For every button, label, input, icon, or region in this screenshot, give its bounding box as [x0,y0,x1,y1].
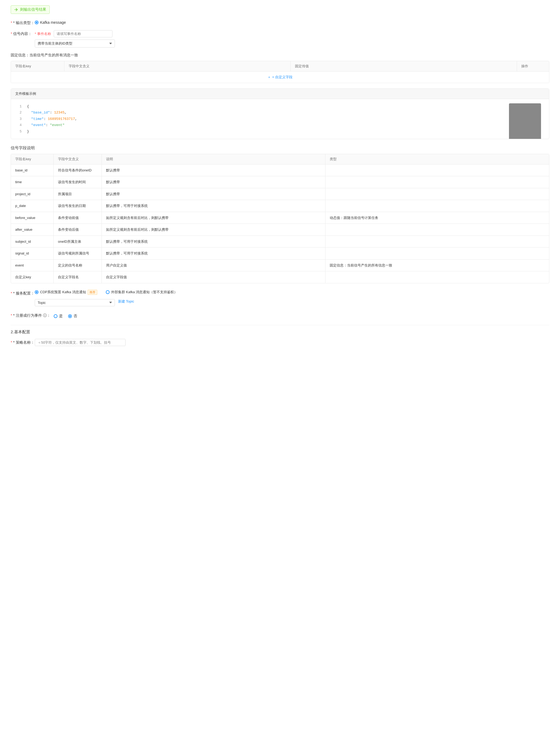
kafka-message-radio[interactable]: Kafka message [35,20,66,25]
field-type: 固定信息：当前信号产生的所有信息一致 [325,260,549,271]
add-custom-field-label: + 自定义字段 [272,75,292,80]
topic-select[interactable]: Topic [35,299,115,306]
field-key: base_id [11,165,54,176]
kafka-message-label: Kafka message [40,20,66,25]
field-name: 条件变动前值 [54,212,102,224]
strategy-name-input[interactable] [35,339,126,346]
output-type-radio-group: Kafka message [35,19,549,25]
register-yes-option[interactable]: 是 [54,314,63,319]
output-icon [14,8,18,11]
qr-placeholder-image [509,103,541,139]
field-type [325,165,549,176]
id-type-row: 携带当前主体的ID类型 [35,40,549,48]
strategy-name-row: * * 策略名称： [11,339,549,346]
col-key: 字段名key [11,61,64,71]
signal-content-row: * 信号内容： * 事件名称 携带当前主体的ID类型 [11,30,549,48]
fields-col-key: 字段名key [11,154,54,164]
service-config-section: * * 服务配置： CDP系统预置 Kafka 消息通知 推荐 外部集群 Kaf… [11,290,549,306]
required-star5: * [11,340,12,345]
signal-fields-table: 字段名key 字段中文含义 说明 类型 base_id 符合信号条件的oneID… [11,154,549,283]
field-key: 自定义key [11,271,54,283]
id-type-select[interactable]: 携带当前主体的ID类型 [35,40,115,48]
strategy-input-area [35,339,549,346]
code-line-4: "event": "event" [27,122,543,128]
field-name: 定义的信号名称 [54,260,102,271]
required-star: * [11,21,12,25]
output-type-label: * * 输出类型： [11,19,35,25]
id-type-select-label: 携带当前主体的ID类型 [38,41,72,46]
fixed-info-title: 固定信息：当前信号产生的所有消息一致 [11,53,549,58]
field-desc: 默认携带，可用于对接系统 [102,200,325,212]
fields-row: base_id 符合信号条件的oneID 默认携带 [11,165,549,177]
code-line-2: "base_id": 12345, [27,110,543,116]
field-desc: 用户自定义值 [102,260,325,271]
line-1: 1 [17,103,22,110]
field-key: event [11,260,54,271]
recommend-tag: 推荐 [88,290,97,295]
code-line-1: { [27,103,543,110]
field-name: 所属项目 [54,188,102,200]
register-event-row: * * 注册成行为事件 ⓘ： 是 否 [11,313,549,319]
col-action: 操作 [517,61,549,71]
fields-col-name: 字段中文含义 [54,154,102,164]
fields-row: subject_id oneID所属主体 默认携带，可用于对接系统 [11,236,549,248]
signal-content-label: * 信号内容： [11,30,35,36]
required-star4: * [11,313,12,318]
output-type-row: * * 输出类型： Kafka message [11,19,549,25]
plus-icon: ＋ [267,75,271,80]
field-desc: 默认携带，可用于对接系统 [102,236,325,248]
field-key: time [11,176,54,188]
fields-row: time 该信号发生的时间 默认携带 [11,176,549,188]
field-key: before_value [11,212,54,224]
field-type [325,236,549,248]
event-name-label: * 事件名称 [35,32,51,36]
fields-row: after_value 条件变动后值 如所定义规则含有前后对比，则默认携带 [11,224,549,236]
event-name-input[interactable] [54,30,112,37]
code-line-5: } [27,129,543,135]
field-key: p_date [11,200,54,212]
external-radio-circle [106,290,110,294]
register-no-option[interactable]: 否 [68,314,77,319]
fields-row: p_date 该信号发生的日期 默认携带，可用于对接系统 [11,200,549,212]
cdp-option[interactable]: CDP系统预置 Kafka 消息通知 推荐 [35,290,97,295]
code-lines: { "base_id": 12345, "time": 168959176371… [27,103,543,135]
field-desc: 如所定义规则含有前后对比，则默认携带 [102,224,325,236]
col-name: 字段中文含义 [64,61,291,71]
field-name: 该信号发生的日期 [54,200,102,212]
signal-fields-section: 信号字段说明 字段名key 字段中文含义 说明 类型 base_id 符合信号条… [11,146,549,283]
field-name: 该信号规则所属信号 [54,248,102,259]
col-fixed-val: 固定传值 [291,61,517,71]
register-yes-label: 是 [59,314,63,319]
fields-row: 自定义key 自定义字段名 自定义字段值 [11,271,549,283]
fields-table-header: 字段名key 字段中文含义 说明 类型 [11,154,549,165]
strategy-label: * * 策略名称： [11,339,35,345]
required-star3: * [11,291,12,295]
register-yes-circle [54,314,57,318]
field-type: 动态值：跟随当前信号计算任务 [325,212,549,224]
field-name: 该信号发生的时间 [54,176,102,188]
fields-table-body: base_id 符合信号条件的oneID 默认携带 time 该信号发生的时间 … [11,165,549,283]
basic-config-section: 2.基本配置 * * 策略名称： [11,325,549,346]
topic-row: Topic 新建 Topic [35,299,549,306]
fields-row: signal_id 该信号规则所属信号 默认携带，可用于对接系统 [11,248,549,260]
field-key: after_value [11,224,54,236]
section-output-header: 则输出信号结果 [11,5,50,14]
field-name: oneID所属主体 [54,236,102,248]
new-topic-link[interactable]: 新建 Topic [118,299,134,304]
kafka-radio-circle [35,21,38,24]
fields-row: project_id 所属项目 默认携带 [11,188,549,200]
code-line-3: "time": 1689591763717, [27,116,543,122]
external-label: 外部集群 Kafka 消息通知（暂不支持鉴权） [111,290,177,295]
field-key: project_id [11,188,54,200]
external-option[interactable]: 外部集群 Kafka 消息通知（暂不支持鉴权） [106,290,177,295]
add-custom-field-button[interactable]: ＋ + 自定义字段 [11,72,549,83]
fixed-info-table-body: ＋ + 自定义字段 [11,72,549,83]
field-name: 符合信号条件的oneID [54,165,102,176]
field-desc: 默认携带 [102,188,325,200]
register-no-label: 否 [73,314,77,319]
fixed-info-section: 固定信息：当前信号产生的所有消息一致 字段名key 字段中文含义 固定传值 操作… [11,53,549,83]
fixed-info-table-header: 字段名key 字段中文含义 固定传值 操作 [11,61,549,72]
signal-content-area: * 事件名称 携带当前主体的ID类型 [35,30,549,48]
service-config-row: * * 服务配置： CDP系统预置 Kafka 消息通知 推荐 外部集群 Kaf… [11,290,549,296]
fields-row: before_value 条件变动前值 如所定义规则含有前后对比，则默认携带 动… [11,212,549,224]
